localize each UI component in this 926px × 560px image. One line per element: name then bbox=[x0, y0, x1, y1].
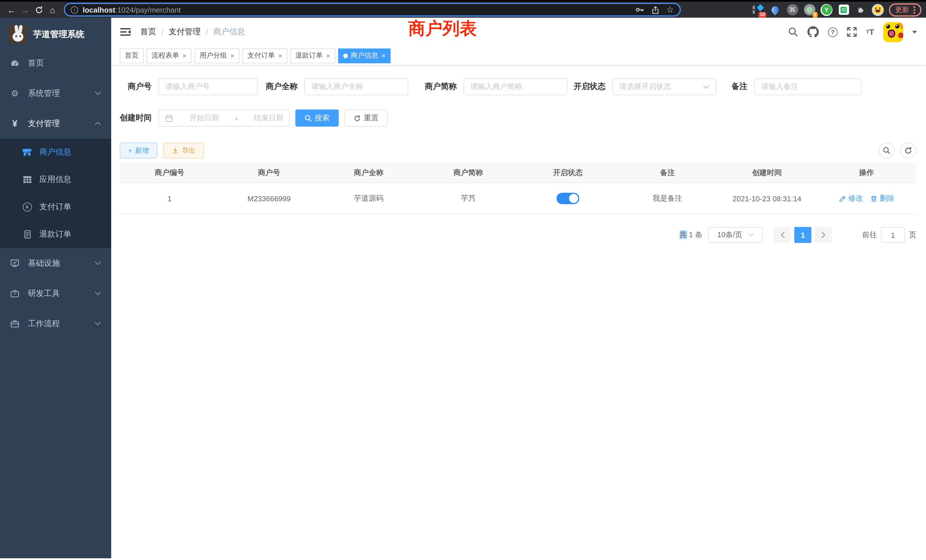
sidebar-item-label: 应用信息 bbox=[39, 174, 71, 185]
chevron-up-icon bbox=[95, 121, 101, 126]
browser-forward-button[interactable]: → bbox=[18, 3, 32, 17]
tab-process-form[interactable]: 流程表单 × bbox=[147, 48, 192, 63]
github-icon[interactable] bbox=[807, 26, 819, 38]
breadcrumb-home[interactable]: 首页 bbox=[140, 27, 156, 37]
sidebar-item-infrastructure[interactable]: 基础设施 bbox=[0, 248, 111, 278]
delete-link[interactable]: 删除 bbox=[870, 193, 894, 204]
sidebar-item-workflow[interactable]: 工作流程 bbox=[0, 309, 111, 339]
sidebar-item-label: 退款订单 bbox=[39, 229, 71, 239]
sidebar-item-home[interactable]: 首页 bbox=[0, 48, 111, 78]
font-size-icon[interactable]: TT bbox=[866, 27, 874, 36]
extension-proxy-icon[interactable]: 1 bbox=[803, 4, 816, 16]
sidebar-item-label: 首页 bbox=[28, 58, 44, 68]
sidebar-item-label: 基础设施 bbox=[28, 258, 60, 268]
cell-actions: 修改 删除 bbox=[817, 193, 916, 204]
sidebar-item-system[interactable]: ⚙ 系统管理 bbox=[0, 78, 111, 108]
help-icon[interactable]: ? bbox=[828, 27, 838, 37]
tab-refund-order[interactable]: 退款订单 × bbox=[290, 48, 335, 63]
add-button[interactable]: + 新增 bbox=[120, 142, 157, 159]
merchant-no-input[interactable]: 请输入商户号 bbox=[159, 78, 258, 95]
sidebar-item-pay-order[interactable]: ¥ 支付订单 bbox=[0, 193, 111, 221]
extension-pin-icon[interactable] bbox=[769, 4, 781, 16]
close-icon[interactable]: × bbox=[183, 51, 186, 60]
extension-y-icon[interactable]: Y bbox=[820, 4, 832, 16]
show-search-button[interactable] bbox=[879, 142, 895, 159]
close-icon[interactable]: × bbox=[230, 51, 235, 60]
cell-status bbox=[518, 193, 617, 204]
sidebar-item-merchant-info[interactable]: 商户信息 bbox=[0, 139, 111, 166]
select-caret-icon bbox=[703, 85, 709, 89]
goto-label: 前往 bbox=[862, 230, 877, 240]
navbar: 首页 / 支付管理 / 商户信息 bbox=[111, 18, 926, 46]
table-header: 商户编号 商户号 商户全称 商户简称 开启状态 备注 创建时间 操作 bbox=[120, 162, 916, 183]
gear-icon: ⚙ bbox=[10, 88, 20, 98]
sidebar-item-dev-tools[interactable]: 研发工具 bbox=[0, 278, 111, 309]
extension-grid-icon[interactable]: 10 bbox=[752, 4, 764, 16]
remark-input[interactable]: 请输入备注 bbox=[754, 78, 862, 95]
breadcrumb-payment[interactable]: 支付管理 bbox=[169, 27, 201, 37]
bookmark-star-icon[interactable]: ☆ bbox=[666, 5, 674, 15]
sidebar-item-payment[interactable]: ¥ 支付管理 bbox=[0, 108, 111, 139]
user-menu-caret-icon[interactable] bbox=[912, 30, 917, 33]
merchant-no-label: 商户号 bbox=[120, 82, 159, 92]
short-name-input[interactable]: 请输入商户简称 bbox=[464, 78, 567, 95]
url-text: localhost:1024/pay/merchant bbox=[83, 5, 181, 14]
page-size-select[interactable]: 10条/页 bbox=[708, 227, 763, 243]
browser-update-button[interactable]: 更新 bbox=[889, 3, 921, 16]
full-name-input[interactable]: 请输入商户全称 bbox=[304, 78, 408, 95]
screen: ← → ⌂ i localhost:1024/pay/merchant bbox=[0, 0, 926, 560]
reload-icon bbox=[35, 5, 43, 14]
user-avatar[interactable] bbox=[883, 22, 903, 42]
tab-merchant-info[interactable]: 商户信息 × bbox=[338, 48, 390, 63]
end-date-placeholder: 结束日期 bbox=[254, 113, 283, 123]
cell-remark: 我是备注 bbox=[617, 193, 717, 204]
tab-user-group[interactable]: 用户分组 × bbox=[194, 48, 239, 63]
page-number-1[interactable]: 1 bbox=[794, 227, 811, 243]
site-info-icon[interactable]: i bbox=[71, 6, 78, 14]
page-unit-label: 页 bbox=[909, 230, 916, 240]
page-jumper: 前往 1 页 bbox=[862, 227, 916, 243]
edit-link[interactable]: 修改 bbox=[838, 193, 863, 204]
date-range-input[interactable]: 开始日期 - 结束日期 bbox=[159, 109, 290, 127]
sidebar-item-app-info[interactable]: 应用信息 bbox=[0, 166, 111, 193]
browser-back-button[interactable]: ← bbox=[5, 3, 18, 17]
browser-menu-icon[interactable] bbox=[914, 6, 915, 14]
cell-short-name: 芋艿 bbox=[419, 193, 518, 204]
close-icon[interactable]: × bbox=[381, 51, 386, 60]
share-icon[interactable] bbox=[651, 5, 660, 14]
table-row: 1 M233666999 芋道源码 芋艿 我是备注 2021-10-23 08:… bbox=[120, 183, 916, 215]
reset-button[interactable]: 重置 bbox=[344, 109, 388, 127]
search-button[interactable]: 搜索 bbox=[295, 109, 339, 127]
payment-submenu: 商户信息 应用信息 ¥ bbox=[0, 139, 111, 248]
extension-chat-icon[interactable] bbox=[838, 4, 850, 16]
browser-reload-button[interactable] bbox=[32, 3, 45, 17]
extension-command-icon[interactable]: ⌘ bbox=[786, 4, 798, 16]
close-icon[interactable]: × bbox=[326, 51, 330, 60]
prev-page-button[interactable] bbox=[774, 227, 791, 243]
export-button[interactable]: 导出 bbox=[163, 142, 204, 159]
fullscreen-icon[interactable] bbox=[847, 27, 857, 37]
tab-pay-order[interactable]: 支付订单 × bbox=[242, 48, 287, 63]
chevron-down-icon bbox=[95, 91, 101, 95]
browser-toolbar: ← → ⌂ i localhost:1024/pay/merchant bbox=[0, 0, 926, 18]
close-icon[interactable]: × bbox=[278, 51, 282, 60]
status-select[interactable]: 请选择开启状态 bbox=[613, 78, 716, 95]
url-path: :1024/pay/merchant bbox=[115, 5, 181, 14]
refresh-table-button[interactable] bbox=[900, 142, 916, 159]
sidebar-collapse-button[interactable] bbox=[120, 27, 130, 36]
browser-profile-avatar[interactable] bbox=[872, 4, 884, 16]
extensions-puzzle-icon[interactable] bbox=[855, 4, 867, 16]
filter-row-1: 商户号 请输入商户号 商户全称 请输入商户全称 商户简称 请输入商户简称 开启状… bbox=[120, 78, 926, 95]
status-toggle[interactable] bbox=[557, 193, 580, 204]
header-search-icon[interactable] bbox=[788, 27, 798, 37]
next-page-button[interactable] bbox=[815, 227, 832, 243]
app-logo[interactable]: 芋道管理系统 bbox=[0, 18, 111, 44]
browser-home-button[interactable]: ⌂ bbox=[45, 3, 59, 17]
sidebar-item-refund-order[interactable]: 退款订单 bbox=[0, 221, 111, 248]
goto-page-input[interactable]: 1 bbox=[881, 227, 905, 243]
cell-full-name: 芋道源码 bbox=[319, 193, 419, 204]
password-key-icon[interactable] bbox=[635, 5, 644, 14]
chevron-down-icon bbox=[95, 291, 101, 295]
address-bar[interactable]: i localhost:1024/pay/merchant ☆ bbox=[64, 3, 681, 17]
tab-home[interactable]: 首页 bbox=[120, 48, 144, 63]
